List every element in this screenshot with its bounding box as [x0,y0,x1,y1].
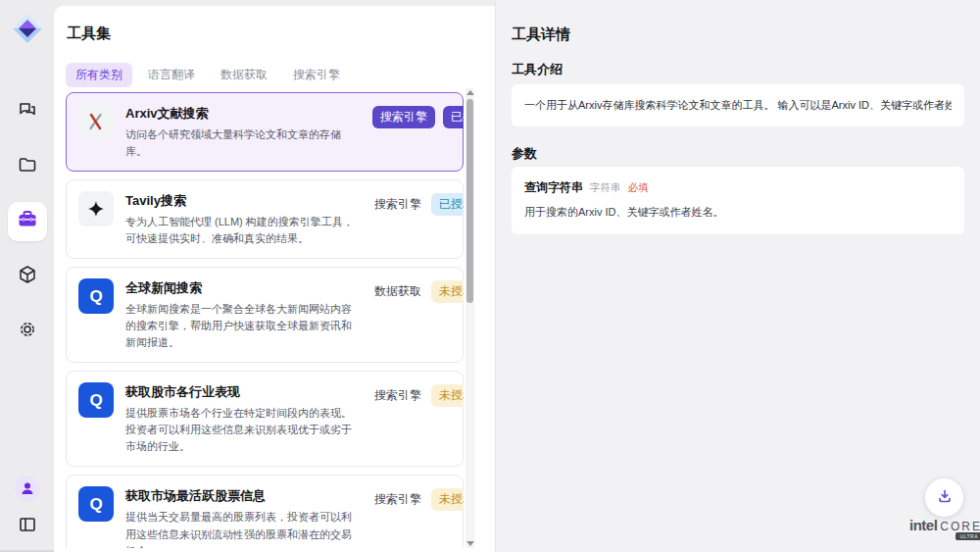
tool-card-arxiv[interactable]: Arxiv文献搜索 访问各个研究领域大量科学论文和文章的存储库。 搜索引擎 已授… [66,92,464,172]
category-tabs: 所有类别 语言翻译 数据获取 搜索引擎 [66,63,350,87]
tab-data-retrieval[interactable]: 数据获取 [211,63,277,87]
nav-plugins-button[interactable] [8,257,47,296]
tab-search-engine[interactable]: 搜索引擎 [283,63,350,87]
scrollbar-up-arrow[interactable] [466,90,474,95]
tool-list-panel: 工具集 所有类别 语言翻译 数据获取 搜索引擎 Arxiv文献搜索 访问各个研究… [54,6,495,552]
status-badge: 已授权 [431,193,464,216]
intel-wordmark: intel [909,517,937,533]
blue-q-search-icon: Q [78,382,114,418]
status-badge: 未授权 [431,384,464,407]
tool-name: 获取股市各行业表现 [125,383,361,401]
category-badge: 搜索引擎 [372,106,435,128]
param-description: 用于搜索的Arxiv ID、关键字或作者姓名。 [524,205,952,220]
blue-q-search-icon: Q [78,486,114,522]
tool-description: 提供当天交易量最高的股票列表，投资者可以利用这些信息来识别流动性强的股票和潜在的… [125,509,361,548]
tool-card-global-news[interactable]: Q 全球新闻搜索 全球新闻搜索是一个聚合全球各大新闻网站内容的搜索引擎，帮助用户… [66,267,464,363]
detail-title: 工具详情 [512,25,570,44]
tool-name: 全球新闻搜索 [125,279,361,297]
app-logo [11,12,44,49]
collapse-panel-icon[interactable] [18,515,37,534]
category-badge: 搜索引擎 [372,488,423,511]
user-avatar[interactable] [15,476,40,501]
tool-card-active-stocks[interactable]: Q 获取市场最活跃股票信息 提供当天交易量最高的股票列表，投资者可以利用这些信息… [66,475,464,548]
arxiv-icon [78,104,114,139]
params-heading: 参数 [512,145,537,163]
tool-description: 全球新闻搜索是一个聚合全球各大新闻网站内容的搜索引擎，帮助用户快速获取全球最新资… [125,301,361,351]
intro-heading: 工具介绍 [512,61,563,78]
tab-language-translation[interactable]: 语言翻译 [138,63,205,87]
tool-description: 提供股票市场各个行业在特定时间段内的表现。投资者可以利用这些信息来识别表现优于或… [125,405,361,455]
status-badge: 未授权 [431,280,464,303]
package-icon [17,264,38,289]
tool-card-tavily[interactable]: Tavily搜索 专为人工智能代理 (LLM) 构建的搜索引擎工具，可快速提供实… [66,179,464,259]
nav-settings-button[interactable] [8,312,47,351]
category-badge: 数据获取 [372,280,423,303]
core-wordmark: CORE ULTRA [940,520,980,533]
blue-q-search-icon: Q [78,278,114,314]
nav-files-button[interactable] [8,147,47,186]
tool-name: Arxiv文献搜索 [125,105,361,123]
sidebar-rail [0,0,54,550]
sparkle-star-icon [78,191,114,226]
folder-icon [17,154,38,179]
status-badge: 已授权 [443,106,464,128]
tool-card-sector-performance[interactable]: Q 获取股市各行业表现 提供股票市场各个行业在特定时间段内的表现。投资者可以利用… [66,371,464,467]
page-title: 工具集 [67,25,111,43]
tool-name: 获取市场最活跃股票信息 [125,487,361,505]
tool-description: 专为人工智能代理 (LLM) 构建的搜索引擎工具，可快速提供实时、准确和真实的结… [125,214,361,247]
app-window: 工具集 所有类别 语言翻译 数据获取 搜索引擎 Arxiv文献搜索 访问各个研究… [0,0,980,552]
param-type: 字符串 [590,181,621,195]
list-scrollbar[interactable] [466,88,474,548]
tool-description: 访问各个研究领域大量科学论文和文章的存储库。 [125,126,361,160]
category-badge: 搜索引擎 [372,384,423,407]
tool-card-list: Arxiv文献搜索 访问各个研究领域大量科学论文和文章的存储库。 搜索引擎 已授… [66,92,464,548]
download-button[interactable] [925,478,963,517]
status-badge: 未授权 [431,488,464,511]
param-name: 查询字符串 [524,179,583,196]
chat-icon [17,99,38,125]
scrollbar-down-arrow[interactable] [466,541,474,546]
toolbox-icon [16,208,39,235]
nav-chat-button[interactable] [8,92,47,131]
param-required-flag: 必填 [628,181,649,195]
category-badge: 搜索引擎 [372,193,423,216]
nav-tools-button[interactable] [8,202,47,241]
intel-core-logo: intel CORE ULTRA [909,517,980,533]
scrollbar-thumb[interactable] [466,99,473,303]
tool-name: Tavily搜索 [125,192,361,210]
download-icon [936,487,954,509]
tool-detail-panel: 工具详情 工具介绍 一个用于从Arxiv存储库搜索科学论文和文章的工具。 输入可… [495,0,980,552]
param-item: 查询字符串 字符串 必填 用于搜索的Arxiv ID、关键字或作者姓名。 [512,167,964,234]
intro-text: 一个用于从Arxiv存储库搜索科学论文和文章的工具。 输入可以是Arxiv ID… [524,98,952,113]
gear-icon [17,319,38,344]
tab-all-categories[interactable]: 所有类别 [66,63,132,87]
ultra-badge: ULTRA [956,532,980,540]
intro-box: 一个用于从Arxiv存储库搜索科学论文和文章的工具。 输入可以是Arxiv ID… [512,84,964,126]
